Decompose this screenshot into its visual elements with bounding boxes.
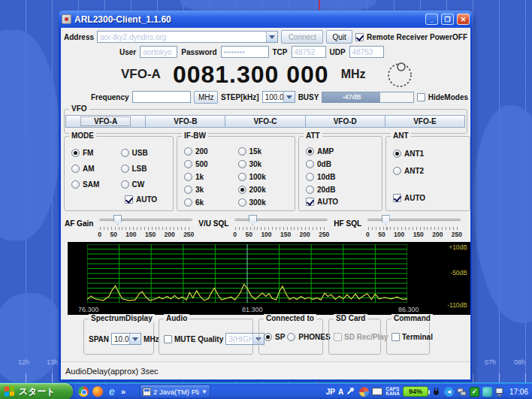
vfo-tab[interactable]: VFO-B bbox=[145, 115, 225, 128]
security-monitor-icon[interactable]: ✓ bbox=[470, 387, 479, 397]
task-group-arrow-icon[interactable]: ▼ bbox=[201, 388, 207, 395]
ifbw-option[interactable]: 1k bbox=[184, 173, 238, 181]
vfo-tab[interactable]: VFO-C bbox=[225, 115, 305, 128]
att-option[interactable]: AMP bbox=[306, 147, 379, 156]
ifbw-option[interactable]: 200 bbox=[184, 147, 238, 156]
ifbw-option[interactable]: 3k bbox=[184, 186, 238, 194]
tcp-label: TCP bbox=[273, 48, 288, 56]
ifbw-option[interactable]: 300k bbox=[238, 198, 292, 207]
password-field[interactable]: •••••••• bbox=[221, 46, 269, 58]
wrench-icon[interactable] bbox=[346, 387, 356, 397]
internet-explorer-icon[interactable]: e bbox=[107, 386, 117, 397]
mhz-button[interactable]: MHz bbox=[194, 91, 218, 104]
terminal-label: Terminal bbox=[402, 333, 433, 341]
slider-thumb[interactable] bbox=[113, 215, 122, 225]
output-option[interactable]: SP bbox=[264, 333, 285, 341]
usb-device-icon[interactable] bbox=[482, 387, 492, 397]
ant-option[interactable]: ANT2 bbox=[393, 167, 467, 175]
keyboard-icon[interactable] bbox=[372, 388, 382, 395]
hf-sql-slider[interactable]: 050100150200250 bbox=[366, 213, 462, 239]
quit-button[interactable]: Quit bbox=[326, 30, 352, 44]
timezone-label: 12h bbox=[18, 358, 29, 366]
ifbw-option[interactable]: 200k bbox=[238, 186, 292, 194]
close-button[interactable]: ✕ bbox=[457, 14, 470, 25]
af-gain-label: AF Gain bbox=[65, 219, 93, 228]
ime-jp-indicator[interactable]: JP bbox=[326, 388, 335, 396]
ant-option[interactable]: ANT1 bbox=[393, 150, 467, 158]
db-scale-label-top: +10dB bbox=[449, 243, 467, 251]
mode-auto-option[interactable]: AUTO bbox=[125, 195, 157, 204]
ifbw-option[interactable]: 6k bbox=[184, 198, 238, 207]
slider-thumb[interactable] bbox=[382, 215, 390, 225]
ime-mode-indicator[interactable]: A bbox=[338, 388, 343, 396]
ant-auto-option[interactable]: AUTO bbox=[393, 194, 425, 202]
start-button[interactable]: スタート bbox=[0, 383, 73, 399]
combo-arrow-icon[interactable] bbox=[129, 334, 141, 344]
user-field[interactable]: aortokyo bbox=[140, 46, 177, 58]
tcp-field[interactable]: 48752 bbox=[292, 46, 326, 58]
att-option[interactable]: 0dB bbox=[306, 160, 379, 168]
sd-rec-play-checkbox[interactable] bbox=[334, 333, 342, 341]
address-combobox[interactable]: aor-tky2.dyndns.org bbox=[97, 31, 278, 43]
hidemodes-checkbox[interactable] bbox=[417, 93, 425, 101]
network-icon[interactable] bbox=[457, 387, 467, 397]
mode-option[interactable]: CW bbox=[121, 180, 171, 189]
combo-arrow-icon[interactable] bbox=[266, 32, 277, 42]
arl2300-client-window: ARL2300-Client_1.1.60 _ ❐ ✕ Address aor-… bbox=[59, 11, 473, 382]
att-auto-option[interactable]: AUTO bbox=[306, 198, 338, 206]
radio-icon bbox=[71, 149, 80, 157]
tuning-knob-icon[interactable] bbox=[385, 60, 414, 89]
frequency-input[interactable] bbox=[132, 91, 192, 103]
vfo-tab[interactable]: VFO-E bbox=[385, 115, 465, 128]
vfo-tab[interactable]: VFO-A bbox=[65, 115, 146, 128]
command-panel: Command Terminal bbox=[386, 319, 430, 355]
vu-sql-slider[interactable]: 050100150200250 bbox=[233, 213, 329, 239]
connected-to-panel-title: Connected to bbox=[264, 314, 316, 322]
mode-option[interactable]: USB bbox=[121, 149, 171, 157]
checkbox-icon bbox=[306, 198, 314, 206]
af-gain-slider[interactable]: 050100150200250 bbox=[98, 213, 194, 239]
radio-icon bbox=[121, 149, 129, 157]
connect-button[interactable]: Connect bbox=[281, 30, 323, 44]
power-off-checkbox[interactable] bbox=[355, 33, 364, 41]
firefox-icon[interactable] bbox=[92, 386, 103, 397]
att-option[interactable]: 10dB bbox=[306, 173, 379, 181]
timezone-label: 07h bbox=[485, 358, 496, 366]
power-off-label: Remote Receiver PowerOFF bbox=[367, 33, 467, 41]
maximize-button[interactable]: ❐ bbox=[441, 14, 454, 25]
mode-option[interactable]: LSB bbox=[121, 165, 171, 173]
mode-option[interactable]: AM bbox=[71, 165, 121, 173]
radio-icon bbox=[238, 186, 246, 194]
ifbw-option[interactable]: 100k bbox=[238, 173, 292, 181]
ime-palette-icon[interactable] bbox=[359, 387, 369, 397]
radio-icon bbox=[393, 167, 401, 175]
minimize-button[interactable]: _ bbox=[425, 14, 438, 25]
combo-arrow-icon[interactable] bbox=[283, 92, 295, 102]
caps-kana-indicator[interactable]: CAPS KANA bbox=[385, 387, 400, 397]
battery-indicator[interactable]: 94% bbox=[403, 386, 428, 397]
ifbw-option[interactable]: 30k bbox=[238, 160, 292, 168]
computer-icon[interactable] bbox=[495, 387, 505, 397]
vfo-tab[interactable]: VFO-D bbox=[305, 115, 385, 128]
udp-field[interactable]: 48753 bbox=[349, 46, 384, 58]
ifbw-option[interactable]: 15k bbox=[238, 147, 292, 156]
step-combobox[interactable]: 100.0 bbox=[262, 91, 295, 103]
back-arrow-tray-icon[interactable]: ◄ bbox=[444, 387, 454, 397]
vfo-group-title: VFO bbox=[69, 104, 89, 113]
output-option[interactable]: PHONES bbox=[287, 333, 330, 341]
mode-option[interactable]: FM bbox=[71, 149, 121, 157]
mode-option[interactable]: SAM bbox=[71, 180, 121, 189]
spectrum-display[interactable]: +10dB -50dB -110dB 76.300 81.300 86.300 bbox=[68, 242, 470, 315]
att-option[interactable]: 20dB bbox=[306, 186, 379, 194]
slider-thumb[interactable] bbox=[249, 215, 257, 225]
chrome-icon[interactable] bbox=[78, 386, 89, 397]
window-titlebar[interactable]: ARL2300-Client_1.1.60 _ ❐ ✕ bbox=[59, 11, 473, 28]
power-plug-icon[interactable] bbox=[431, 387, 441, 397]
span-combobox[interactable]: 10.0 bbox=[111, 333, 141, 345]
terminal-checkbox[interactable] bbox=[391, 333, 400, 341]
timezone-label: 08h bbox=[514, 358, 525, 366]
mute-checkbox[interactable] bbox=[164, 335, 172, 343]
ifbw-option[interactable]: 500 bbox=[184, 160, 238, 168]
java-task-button[interactable]: 2 Java(TM) Platfor... ▼ bbox=[140, 385, 210, 398]
quick-launch-overflow-icon[interactable]: » bbox=[121, 387, 125, 396]
